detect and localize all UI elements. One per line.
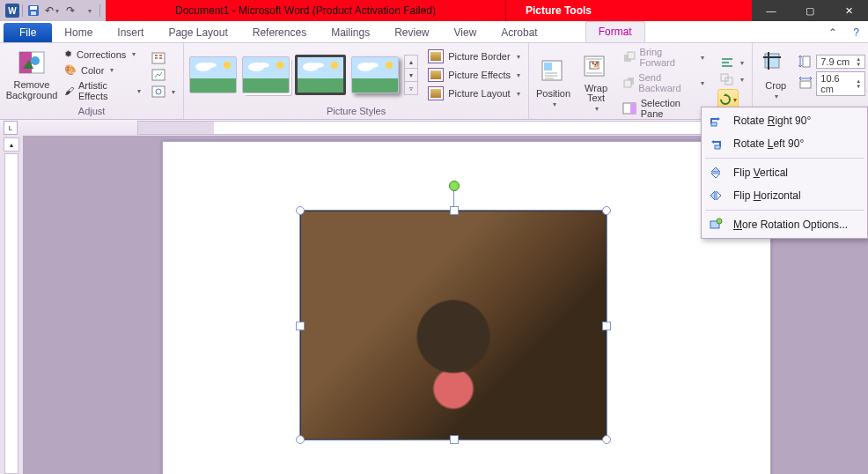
window-controls: — ▢ ✕ [752,0,868,21]
menu-separator [705,210,864,211]
vertical-ruler[interactable] [4,153,18,474]
align-icon [720,56,734,69]
menu-flip-horizontal-label: Flip Horizontal [733,189,801,202]
resize-handle-ne[interactable] [602,206,611,215]
svg-rect-26 [711,122,717,126]
style-thumb-3[interactable] [295,55,346,95]
maximize-button[interactable]: ▢ [791,0,829,21]
word-app-icon[interactable]: W [5,4,19,18]
height-icon [798,55,813,69]
color-button[interactable]: 🎨Color▾ [62,63,143,77]
tab-file[interactable]: File [4,23,52,42]
tab-view[interactable]: View [442,23,489,42]
resize-handle-se[interactable] [602,435,611,444]
svg-rect-16 [628,52,635,59]
tab-format[interactable]: Format [585,21,645,42]
picture-effects-button[interactable]: Picture Effects▾ [425,67,523,83]
tab-references[interactable]: References [240,23,319,42]
send-backward-icon [622,77,634,89]
corrections-button[interactable]: ✹Corrections▾ [62,48,143,61]
menu-rotate-right[interactable]: Rotate Right 90° [703,109,865,132]
save-icon[interactable] [26,3,41,19]
group-adjust: Remove Background ✹Corrections▾ 🎨Color▾ … [0,43,184,119]
menu-flip-vertical[interactable]: Flip Vertical [703,161,865,184]
svg-text:🐕: 🐕 [592,61,600,70]
title-bar-gap [611,0,752,21]
remove-background-button[interactable]: Remove Background [5,49,58,100]
gallery-more-button[interactable]: ▴▾▿ [404,55,418,95]
wrap-text-button[interactable]: 🐕 Wrap Text▾ [579,54,613,113]
separator [22,4,23,17]
width-input[interactable]: 10.6 cm▲▼ [798,71,865,96]
qat-customize-icon[interactable]: ▾ [81,3,97,19]
resize-handle-w[interactable] [296,322,305,330]
rotation-handle[interactable] [449,181,460,191]
width-value: 10.6 cm [820,73,854,94]
height-input[interactable]: 7.9 cm▲▼ [798,55,865,69]
picture-layout-button[interactable]: Picture Layout▾ [425,85,523,101]
minimize-button[interactable]: — [752,0,791,21]
bring-forward-button[interactable]: Bring Forward▾ [620,46,707,69]
style-thumb-1[interactable] [189,56,237,93]
resize-handle-s[interactable] [450,435,459,444]
rotate-right-icon [707,113,725,129]
word-window: W ↶▾ ↷ ▾ Document1 - Microsoft Word (Pro… [0,0,868,474]
group-button[interactable]: ▾ [717,72,747,86]
resize-handle-nw[interactable] [296,206,305,215]
redo-icon[interactable]: ↷ [63,3,78,19]
selected-picture[interactable] [300,211,607,440]
svg-rect-6 [152,53,165,63]
tab-selector[interactable]: L [4,121,18,135]
svg-rect-24 [803,56,810,67]
remove-background-label: Remove Background [5,79,58,100]
align-button[interactable]: ▾ [717,56,747,70]
tab-review[interactable]: Review [382,23,441,42]
ribbon-minimize-icon[interactable]: ⌃ [821,23,844,42]
menu-flip-horizontal[interactable]: Flip Horizontal [703,184,865,207]
undo-icon[interactable]: ↶▾ [44,3,60,19]
send-backward-button[interactable]: Send Backward▾ [620,71,707,94]
style-thumb-4[interactable] [351,56,399,93]
crop-button[interactable]: Crop▾ [758,50,793,100]
scroll-up-button[interactable]: ▴ [4,137,19,152]
rotate-dropdown: Rotate Right 90° Rotate Left 90° Flip Ve… [701,107,868,239]
group-picture-styles: ▴▾▿ Picture Border▾ Picture Effects▾ Pic… [184,43,529,119]
reset-picture-button[interactable]: ▾ [149,85,178,99]
artistic-icon: 🖌 [64,85,74,96]
contextual-tab-picture-tools[interactable]: Picture Tools [505,0,611,21]
picture-styles-gallery[interactable]: ▴▾▿ [189,55,418,95]
ribbon-tabs: File Home Insert Page Layout References … [0,21,868,43]
resize-handle-e[interactable] [602,322,611,330]
svg-rect-25 [800,81,811,88]
rotate-left-icon [707,136,725,152]
picture-effects-label: Picture Effects [448,70,511,80]
style-thumb-2[interactable] [242,56,290,93]
reset-icon [151,85,166,98]
tab-acrobat[interactable]: Acrobat [489,23,549,42]
tab-mailings[interactable]: Mailings [319,23,382,42]
selection-pane-button[interactable]: Selection Pane [620,97,707,120]
help-icon[interactable]: ? [844,23,868,42]
resize-handle-n[interactable] [450,206,459,215]
menu-more-rotation[interactable]: More Rotation Options... [703,213,865,236]
picture-border-button[interactable]: Picture Border▾ [425,48,523,64]
wrap-text-label: Wrap Text [579,84,613,103]
picture-border-label: Picture Border [448,51,510,62]
tab-home[interactable]: Home [52,23,105,42]
menu-rotate-left[interactable]: Rotate Left 90° [703,132,865,155]
picture-border-icon [428,49,444,63]
width-icon [798,77,813,91]
artistic-effects-button[interactable]: 🖌Artistic Effects▾ [62,79,143,102]
close-button[interactable]: ✕ [829,0,868,21]
menu-rotate-left-label: Rotate Left 90° [733,137,804,150]
artistic-label: Artistic Effects [78,80,131,101]
position-icon [540,58,568,86]
change-picture-button[interactable] [149,68,178,82]
resize-handle-sw[interactable] [296,435,305,444]
document-page[interactable] [162,141,771,474]
svg-point-5 [31,56,40,65]
tab-insert[interactable]: Insert [105,23,156,42]
tab-page-layout[interactable]: Page Layout [156,23,239,42]
compress-pictures-button[interactable] [149,51,178,65]
position-button[interactable]: Position▾ [534,58,572,108]
